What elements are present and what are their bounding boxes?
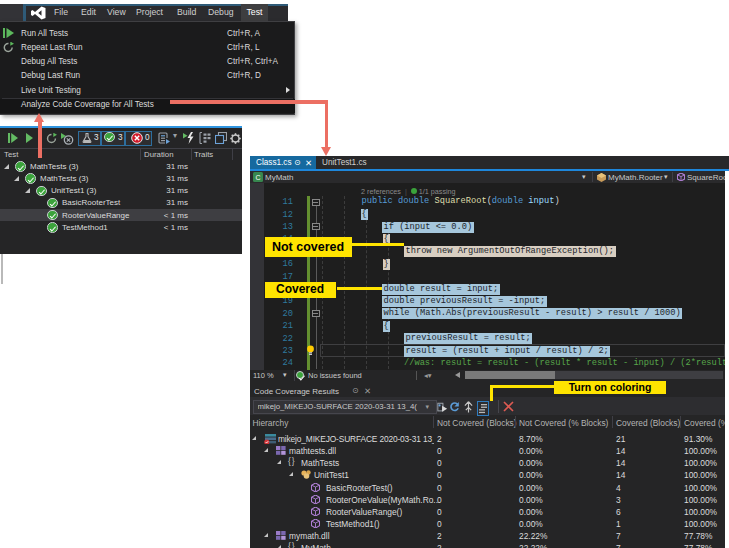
svg-text:C: C bbox=[255, 174, 260, 181]
